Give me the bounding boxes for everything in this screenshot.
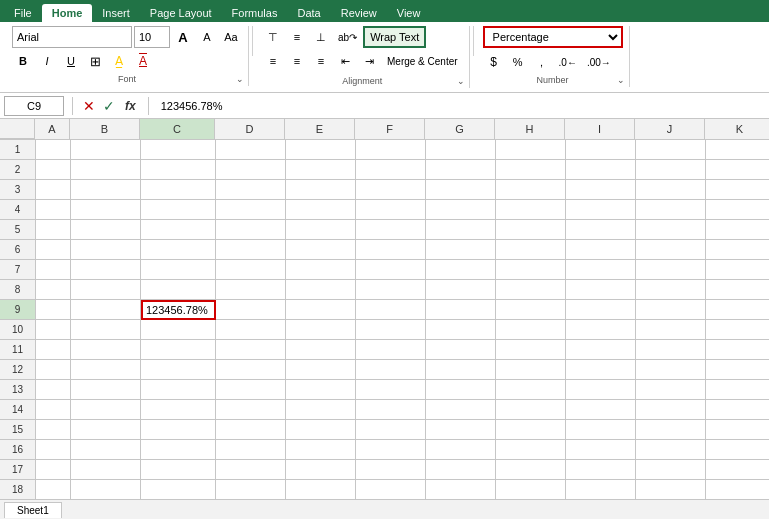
borders-button[interactable]: ⊞ [84,50,106,72]
col-header-f[interactable]: F [355,119,425,139]
cell-G5[interactable] [426,220,496,240]
row-header-16[interactable]: 16 [0,440,35,460]
cell-I14[interactable] [566,400,636,420]
cell-G8[interactable] [426,280,496,300]
cell-A5[interactable] [36,220,71,240]
cell-A1[interactable] [36,140,71,160]
cell-D3[interactable] [216,180,286,200]
cell-B9[interactable] [71,300,141,320]
cell-C12[interactable] [141,360,216,380]
cell-F6[interactable] [356,240,426,260]
number-format-dropdown[interactable]: Percentage [483,26,623,48]
col-header-d[interactable]: D [215,119,285,139]
row-header-2[interactable]: 2 [0,160,35,180]
cell-B10[interactable] [71,320,141,340]
cell-I18[interactable] [566,480,636,499]
cell-A11[interactable] [36,340,71,360]
cell-H6[interactable] [496,240,566,260]
col-header-g[interactable]: G [425,119,495,139]
cell-K8[interactable] [706,280,769,300]
name-box[interactable] [4,96,64,116]
middle-align-button[interactable]: ≡ [286,26,308,48]
cell-B14[interactable] [71,400,141,420]
cell-B17[interactable] [71,460,141,480]
cell-E7[interactable] [286,260,356,280]
cell-E13[interactable] [286,380,356,400]
cell-D8[interactable] [216,280,286,300]
cell-I8[interactable] [566,280,636,300]
cell-A16[interactable] [36,440,71,460]
cell-K9[interactable] [706,300,769,320]
cell-G6[interactable] [426,240,496,260]
cell-J8[interactable] [636,280,706,300]
cell-F14[interactable] [356,400,426,420]
row-header-17[interactable]: 17 [0,460,35,480]
cell-H4[interactable] [496,200,566,220]
cell-H5[interactable] [496,220,566,240]
cell-J2[interactable] [636,160,706,180]
row-header-5[interactable]: 5 [0,220,35,240]
cell-A6[interactable] [36,240,71,260]
cell-K11[interactable] [706,340,769,360]
percent-button[interactable]: % [507,51,529,73]
row-header-9[interactable]: 9 [0,300,35,320]
cell-E9[interactable] [286,300,356,320]
cell-G10[interactable] [426,320,496,340]
col-header-a[interactable]: A [35,119,70,139]
bottom-align-button[interactable]: ⊥ [310,26,332,48]
orientation-button[interactable]: ab↷ [334,26,361,48]
cell-A15[interactable] [36,420,71,440]
cell-K4[interactable] [706,200,769,220]
comma-button[interactable]: , [531,51,553,73]
cell-F13[interactable] [356,380,426,400]
row-header-10[interactable]: 10 [0,320,35,340]
cell-G12[interactable] [426,360,496,380]
cell-B11[interactable] [71,340,141,360]
cell-J13[interactable] [636,380,706,400]
row-header-11[interactable]: 11 [0,340,35,360]
row-header-4[interactable]: 4 [0,200,35,220]
cell-G15[interactable] [426,420,496,440]
row-header-6[interactable]: 6 [0,240,35,260]
cell-J11[interactable] [636,340,706,360]
cell-J18[interactable] [636,480,706,499]
cell-K12[interactable] [706,360,769,380]
cell-K1[interactable] [706,140,769,160]
bold-button[interactable]: B [12,50,34,72]
cell-I6[interactable] [566,240,636,260]
font-size-input[interactable] [134,26,170,48]
cell-D12[interactable] [216,360,286,380]
cell-C14[interactable] [141,400,216,420]
cell-J5[interactable] [636,220,706,240]
cell-G9[interactable] [426,300,496,320]
cell-H13[interactable] [496,380,566,400]
tab-data[interactable]: Data [287,4,330,22]
cell-J1[interactable] [636,140,706,160]
cell-K16[interactable] [706,440,769,460]
cell-E4[interactable] [286,200,356,220]
cell-H12[interactable] [496,360,566,380]
cell-F5[interactable] [356,220,426,240]
col-header-b[interactable]: B [70,119,140,139]
cell-B5[interactable] [71,220,141,240]
number-group-expand[interactable]: ⌄ [617,75,625,85]
increase-decimal-button[interactable]: .0← [555,51,581,73]
cell-C17[interactable] [141,460,216,480]
cell-D9[interactable] [216,300,286,320]
tab-insert[interactable]: Insert [92,4,140,22]
cell-C6[interactable] [141,240,216,260]
cell-G18[interactable] [426,480,496,499]
tab-home[interactable]: Home [42,4,93,22]
cell-K17[interactable] [706,460,769,480]
tab-file[interactable]: File [4,4,42,22]
indent-increase-button[interactable]: ⇥ [358,50,380,72]
cell-G11[interactable] [426,340,496,360]
cell-F16[interactable] [356,440,426,460]
cell-E18[interactable] [286,480,356,499]
fx-button[interactable]: fx [121,99,140,113]
cell-E12[interactable] [286,360,356,380]
cell-A4[interactable] [36,200,71,220]
cell-H10[interactable] [496,320,566,340]
cell-D17[interactable] [216,460,286,480]
cancel-icon[interactable]: ✕ [83,98,95,114]
